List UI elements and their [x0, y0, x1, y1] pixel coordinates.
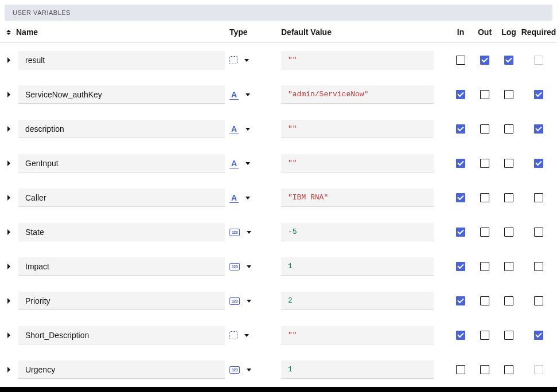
log-checkbox[interactable] [504, 193, 513, 202]
variable-name-input[interactable] [18, 326, 225, 344]
variable-name-input[interactable] [18, 257, 225, 276]
required-checkbox[interactable] [534, 331, 543, 340]
default-value-field[interactable]: "" [281, 120, 434, 138]
table-row: 1231 [5, 352, 557, 387]
log-checkbox[interactable] [504, 56, 513, 65]
log-checkbox[interactable] [504, 331, 513, 340]
col-default: Default Value [281, 28, 449, 37]
type-any-icon [229, 56, 237, 64]
table-row: 1231 [5, 249, 557, 284]
table-row: A"admin/ServiceNow" [5, 77, 557, 112]
in-checkbox[interactable] [456, 56, 465, 65]
out-checkbox[interactable] [480, 296, 489, 305]
out-checkbox[interactable] [480, 331, 489, 340]
table-row: A"IBM RNA" [5, 181, 557, 215]
variable-name-input[interactable] [18, 360, 225, 379]
required-checkbox[interactable] [534, 296, 543, 305]
default-value-field[interactable]: "IBM RNA" [281, 189, 434, 207]
out-checkbox[interactable] [480, 124, 489, 134]
log-checkbox[interactable] [504, 296, 513, 305]
type-dropdown-caret[interactable] [243, 332, 250, 339]
log-checkbox[interactable] [504, 228, 513, 237]
type-number-icon: 123 [229, 263, 240, 271]
default-value-field[interactable]: 2 [281, 292, 434, 310]
out-checkbox[interactable] [480, 90, 489, 99]
type-string-icon: A [229, 159, 239, 168]
expand-row-caret[interactable] [5, 331, 13, 339]
variable-name-input[interactable] [18, 120, 225, 138]
required-checkbox[interactable] [534, 124, 543, 134]
default-value-field[interactable]: -5 [281, 223, 434, 241]
bottom-bar [0, 387, 557, 392]
out-checkbox[interactable] [480, 159, 489, 168]
default-value-field[interactable]: "admin/ServiceNow" [281, 85, 434, 104]
type-dropdown-caret[interactable] [244, 91, 251, 98]
type-dropdown-caret[interactable] [243, 57, 250, 64]
variable-name-input[interactable] [18, 223, 225, 241]
log-checkbox[interactable] [504, 365, 513, 374]
table-row: A"" [5, 112, 557, 146]
type-dropdown-caret[interactable] [246, 263, 252, 270]
default-value-field[interactable]: "" [281, 326, 434, 344]
variable-name-input[interactable] [18, 189, 225, 207]
out-checkbox[interactable] [480, 228, 489, 237]
expand-row-caret[interactable] [5, 91, 13, 99]
required-checkbox[interactable] [534, 56, 543, 65]
type-string-icon: A [229, 90, 239, 99]
in-checkbox[interactable] [456, 331, 465, 340]
type-dropdown-caret[interactable] [244, 194, 251, 201]
col-out: Out [473, 28, 497, 37]
in-checkbox[interactable] [456, 228, 465, 237]
out-checkbox[interactable] [480, 262, 489, 271]
default-value-field[interactable]: 1 [281, 360, 434, 379]
default-value-field[interactable]: "" [281, 154, 434, 173]
required-checkbox[interactable] [534, 159, 543, 168]
default-value-field[interactable]: 1 [281, 257, 434, 276]
collapse-all-icon[interactable] [5, 28, 13, 36]
required-checkbox[interactable] [534, 228, 543, 237]
out-checkbox[interactable] [480, 193, 489, 202]
col-type: Type [229, 28, 281, 37]
in-checkbox[interactable] [456, 159, 465, 168]
table-row: "" [5, 43, 557, 77]
type-number-icon: 123 [229, 229, 240, 236]
type-dropdown-caret[interactable] [246, 229, 252, 236]
default-value-field[interactable]: "" [281, 51, 434, 69]
type-string-icon: A [229, 193, 239, 202]
type-dropdown-caret[interactable] [244, 160, 251, 167]
log-checkbox[interactable] [504, 159, 513, 168]
type-dropdown-caret[interactable] [244, 126, 251, 132]
in-checkbox[interactable] [456, 193, 465, 202]
expand-row-caret[interactable] [5, 56, 13, 64]
expand-row-caret[interactable] [5, 125, 13, 133]
col-required: Required [521, 28, 556, 37]
log-checkbox[interactable] [504, 90, 513, 99]
required-checkbox[interactable] [534, 262, 543, 271]
in-checkbox[interactable] [456, 365, 465, 374]
required-checkbox[interactable] [534, 193, 543, 202]
table-header: Name Type Default Value In Out Log Requi… [0, 21, 557, 43]
type-dropdown-caret[interactable] [246, 297, 252, 304]
type-dropdown-caret[interactable] [246, 366, 252, 373]
variable-name-input[interactable] [18, 154, 225, 173]
required-checkbox[interactable] [534, 90, 543, 99]
out-checkbox[interactable] [480, 365, 489, 374]
out-checkbox[interactable] [480, 56, 489, 65]
variable-name-input[interactable] [18, 85, 225, 104]
expand-row-caret[interactable] [5, 194, 13, 202]
in-checkbox[interactable] [456, 90, 465, 99]
expand-row-caret[interactable] [5, 366, 13, 374]
in-checkbox[interactable] [456, 296, 465, 305]
table-row: A"" [5, 146, 557, 181]
expand-row-caret[interactable] [5, 262, 13, 271]
required-checkbox[interactable] [534, 365, 543, 374]
variable-name-input[interactable] [18, 51, 225, 69]
expand-row-caret[interactable] [5, 297, 13, 305]
log-checkbox[interactable] [504, 124, 513, 134]
expand-row-caret[interactable] [5, 159, 13, 167]
log-checkbox[interactable] [504, 262, 513, 271]
in-checkbox[interactable] [456, 262, 465, 271]
variable-name-input[interactable] [18, 292, 225, 310]
in-checkbox[interactable] [456, 124, 465, 134]
expand-row-caret[interactable] [5, 228, 13, 236]
